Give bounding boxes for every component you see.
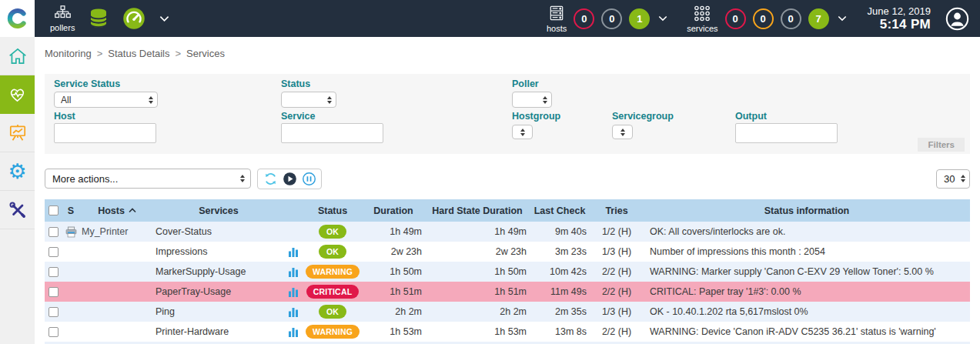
sidebar-item-home[interactable] bbox=[0, 37, 35, 75]
pause-icon bbox=[302, 172, 316, 186]
header-last-check[interactable]: Last Check bbox=[530, 205, 590, 216]
row-state-cell bbox=[62, 286, 80, 298]
row-checkbox[interactable] bbox=[48, 287, 59, 297]
graph-icon[interactable] bbox=[289, 286, 298, 297]
centreon-screen: pollers bbox=[0, 0, 980, 344]
graph-icon[interactable] bbox=[289, 306, 298, 317]
filters-tab[interactable]: Filters bbox=[918, 138, 965, 152]
row-checkbox[interactable] bbox=[48, 227, 59, 237]
row-service[interactable]: Ping bbox=[154, 306, 283, 317]
page-size-select[interactable]: 30 bbox=[936, 169, 970, 189]
row-checkbox-cell bbox=[45, 307, 62, 317]
row-tries: 1/3 (H) bbox=[590, 306, 644, 317]
service-input[interactable] bbox=[281, 123, 383, 143]
database-status[interactable] bbox=[87, 7, 110, 30]
sidebar-item-reporting[interactable] bbox=[0, 114, 35, 152]
services-chevron-down-icon[interactable] bbox=[838, 15, 847, 22]
hosts-menu[interactable]: hosts bbox=[547, 5, 567, 33]
row-tries: 1/3 (H) bbox=[590, 246, 644, 257]
graph-icon[interactable] bbox=[289, 246, 298, 257]
table-row: MarkerSupply-Usage WARNING 1h 50m 1h 50m… bbox=[45, 262, 970, 282]
row-duration: 1h 51m bbox=[362, 286, 425, 297]
row-checkbox[interactable] bbox=[48, 267, 59, 277]
row-hard-duration: 2w 23h bbox=[425, 246, 530, 257]
table-row: PaperTray-Usage CRITICAL 1h 51m 1h 51m 1… bbox=[45, 282, 970, 302]
refresh-button[interactable] bbox=[262, 170, 279, 187]
servicegroup-select[interactable] bbox=[612, 125, 633, 139]
breadcrumb-status-details[interactable]: Status Details bbox=[108, 48, 169, 59]
table-row: Ping OK 2h 2m 2h 2m 2m 35s 1/3 (H) OK - … bbox=[45, 302, 970, 322]
row-checkbox[interactable] bbox=[48, 307, 59, 317]
service-label: Service bbox=[281, 111, 315, 122]
row-service[interactable]: Cover-Status bbox=[154, 226, 283, 237]
services-icon bbox=[693, 5, 711, 22]
user-menu[interactable] bbox=[945, 7, 969, 31]
graph-cell bbox=[283, 326, 303, 337]
row-checkbox-cell bbox=[45, 327, 62, 337]
status-badge: CRITICAL bbox=[306, 285, 360, 299]
pause-button[interactable] bbox=[300, 170, 317, 187]
centreon-logo[interactable] bbox=[0, 0, 35, 37]
header-s[interactable]: S bbox=[62, 205, 80, 216]
row-service[interactable]: PaperTray-Usage bbox=[154, 286, 283, 297]
row-service[interactable]: Impressions bbox=[154, 246, 283, 257]
header-hosts[interactable]: Hosts bbox=[80, 205, 154, 216]
header-duration[interactable]: Duration bbox=[362, 205, 425, 216]
current-time: 5:14 PM bbox=[868, 17, 931, 32]
status-counter[interactable]: 1 bbox=[629, 8, 650, 29]
row-info: Number of impressions this month : 2054 bbox=[644, 246, 970, 257]
sidebar-item-administration[interactable] bbox=[0, 191, 35, 229]
select-all-checkbox[interactable] bbox=[48, 205, 59, 215]
row-duration: 1h 50m bbox=[362, 266, 425, 277]
service-status-label: Service Status bbox=[54, 78, 120, 89]
graph-icon[interactable] bbox=[289, 266, 298, 277]
play-button[interactable] bbox=[281, 170, 298, 187]
row-last-check: 9m 40s bbox=[530, 226, 590, 237]
header-tries[interactable]: Tries bbox=[590, 205, 644, 216]
sidebar-item-configuration[interactable]: ⚙ bbox=[0, 152, 35, 191]
stepper-icon bbox=[620, 129, 625, 136]
header-status-information[interactable]: Status information bbox=[644, 205, 970, 216]
row-checkbox[interactable] bbox=[48, 247, 59, 257]
poller-select[interactable] bbox=[512, 92, 552, 108]
status-counter[interactable]: 0 bbox=[753, 8, 774, 29]
status-counter[interactable]: 0 bbox=[574, 8, 594, 29]
host-input[interactable] bbox=[54, 123, 156, 143]
row-state-cell bbox=[62, 226, 80, 238]
row-state-cell bbox=[62, 246, 80, 258]
services-label: services bbox=[687, 24, 717, 33]
row-service[interactable]: Printer-Hardware bbox=[154, 326, 283, 337]
row-checkbox[interactable] bbox=[48, 327, 59, 337]
sidebar-item-monitoring[interactable] bbox=[0, 75, 35, 114]
more-actions-select[interactable]: More actions... bbox=[45, 169, 251, 189]
service-status-select[interactable]: All bbox=[54, 92, 158, 108]
header-hard-state-duration[interactable]: Hard State Duration bbox=[425, 205, 530, 216]
output-input[interactable] bbox=[735, 123, 838, 143]
status-select[interactable] bbox=[281, 92, 336, 108]
clock: June 12, 2019 5:14 PM bbox=[868, 5, 931, 32]
hosts-chevron-down-icon[interactable] bbox=[658, 15, 667, 22]
graph-icon[interactable] bbox=[289, 326, 298, 337]
status-cell: WARNING bbox=[303, 265, 362, 279]
engine-status-menu[interactable] bbox=[122, 7, 145, 30]
more-actions-value: More actions... bbox=[52, 173, 118, 185]
status-label: Status bbox=[281, 78, 310, 89]
breadcrumb-services[interactable]: Services bbox=[186, 48, 225, 59]
breadcrumb-monitoring[interactable]: Monitoring bbox=[45, 48, 92, 59]
status-counter[interactable]: 0 bbox=[601, 8, 622, 29]
header-status[interactable]: Status bbox=[303, 205, 362, 216]
status-counter[interactable]: 7 bbox=[808, 8, 829, 29]
row-host[interactable]: My_Printer bbox=[80, 226, 154, 237]
row-checkbox-cell bbox=[45, 247, 62, 257]
row-duration: 1h 49m bbox=[362, 226, 425, 237]
breadcrumb-separator: > bbox=[176, 48, 182, 59]
poller-chevron-down-icon[interactable] bbox=[159, 15, 169, 22]
pollers-menu[interactable]: pollers bbox=[50, 5, 75, 32]
row-service[interactable]: MarkerSupply-Usage bbox=[154, 266, 283, 277]
status-counter[interactable]: 0 bbox=[781, 8, 801, 29]
services-menu[interactable]: services bbox=[687, 5, 717, 33]
hostgroup-select[interactable] bbox=[512, 125, 533, 139]
header-services[interactable]: Services bbox=[154, 205, 283, 216]
status-counter[interactable]: 0 bbox=[725, 8, 746, 29]
row-checkbox-cell bbox=[45, 267, 62, 277]
